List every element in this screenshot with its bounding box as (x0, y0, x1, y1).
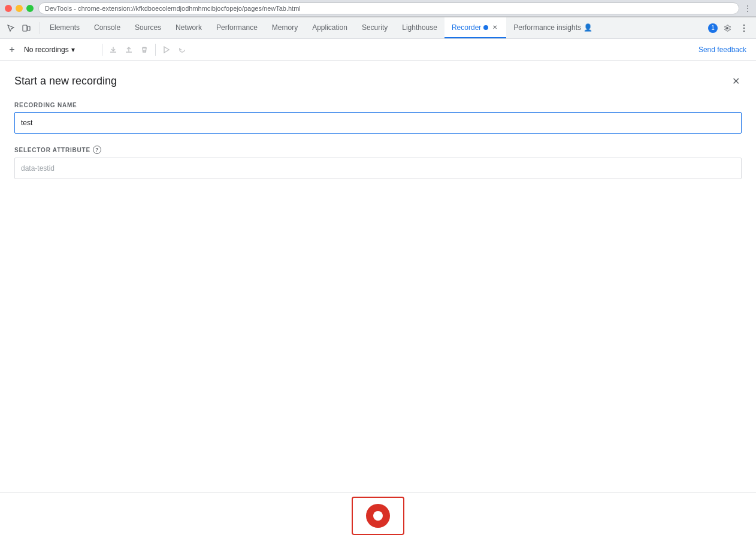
selector-help-icon[interactable]: ? (93, 146, 101, 154)
tab-performance[interactable]: Performance (209, 17, 265, 38)
chrome-url-bar: DevTools - chrome-extension://kfkdboecol… (38, 2, 739, 14)
inspect-element-btn[interactable] (4, 21, 18, 35)
tab-bar-right: 1 (703, 21, 756, 35)
chrome-close-btn[interactable] (5, 5, 12, 12)
more-options-icon[interactable] (737, 21, 751, 35)
svg-rect-0 (23, 25, 27, 31)
chat-badge[interactable]: 1 (708, 23, 718, 33)
tab-security[interactable]: Security (355, 17, 395, 38)
recorder-toolbar: + No recordings ▾ (0, 39, 756, 61)
tab-network[interactable]: Network (168, 17, 209, 38)
recording-name-label: RECORDING NAME (14, 102, 742, 108)
play-btn[interactable] (159, 43, 174, 57)
recording-name-input[interactable] (14, 112, 742, 134)
import-btn[interactable] (122, 43, 136, 57)
toolbar-separator-2 (155, 44, 156, 56)
export-btn[interactable] (106, 43, 120, 57)
svg-point-4 (743, 30, 745, 31)
chrome-window-controls[interactable] (5, 5, 34, 12)
svg-rect-1 (28, 26, 30, 31)
devtools-tabs-list: Elements Console Sources Network Perform… (43, 17, 703, 38)
tab-elements[interactable]: Elements (43, 17, 87, 38)
svg-marker-5 (164, 47, 169, 53)
delete-btn[interactable] (137, 43, 152, 57)
devtools-tab-bar: Elements Console Sources Network Perform… (0, 17, 756, 39)
settings-icon[interactable] (720, 21, 734, 35)
chrome-right-icons: ⋮ (744, 4, 751, 13)
replay-btn[interactable] (175, 43, 189, 57)
tab-memory[interactable]: Memory (265, 17, 305, 38)
send-feedback-btn[interactable]: Send feedback (694, 43, 751, 56)
chrome-settings-icon[interactable]: ⋮ (744, 4, 751, 13)
record-circle-icon (366, 504, 390, 528)
tab-console[interactable]: Console (87, 17, 128, 38)
tab-sources[interactable]: Sources (128, 17, 168, 38)
tab-performance-insights[interactable]: Performance insights 👤 (506, 17, 600, 38)
recordings-dropdown[interactable]: No recordings ▾ (20, 43, 98, 56)
toolbar-separator-1 (102, 44, 102, 56)
dropdown-chevron-icon: ▾ (71, 46, 75, 54)
bottom-bar: Start a new recording (0, 492, 756, 535)
recording-form: Start a new recording RECORDING NAME SEL… (0, 61, 756, 205)
tab-divider-left (40, 22, 40, 34)
record-btn-container: Start a new recording (344, 497, 412, 536)
start-recording-btn[interactable] (352, 497, 404, 535)
devtools-window: Elements Console Sources Network Perform… (0, 17, 756, 535)
recording-name-group: RECORDING NAME (14, 102, 742, 134)
selector-attribute-group: SELECTOR ATTRIBUTE ? (14, 146, 742, 179)
svg-point-2 (743, 24, 745, 25)
performance-insights-icon: 👤 (583, 23, 592, 32)
device-toggle-btn[interactable] (19, 21, 34, 35)
recorder-dot-icon (483, 25, 488, 30)
tab-lighthouse[interactable]: Lighthouse (395, 17, 444, 38)
devtools-left-icons (0, 21, 37, 35)
tab-recorder[interactable]: Recorder ✕ (444, 17, 506, 38)
recorder-tab-close[interactable]: ✕ (491, 23, 499, 32)
record-inner (373, 511, 383, 521)
chrome-max-btn[interactable] (26, 5, 34, 12)
form-close-btn[interactable]: ✕ (727, 72, 744, 89)
selector-attribute-label: SELECTOR ATTRIBUTE ? (14, 146, 742, 154)
chrome-min-btn[interactable] (16, 5, 23, 12)
chrome-title-bar: DevTools - chrome-extension://kfkdboecol… (0, 0, 756, 17)
form-title: Start a new recording (14, 75, 742, 87)
tab-application[interactable]: Application (305, 17, 355, 38)
selector-attribute-input[interactable] (14, 158, 742, 179)
add-recording-btn[interactable]: + (5, 43, 19, 57)
svg-point-3 (743, 27, 745, 28)
main-content: Start a new recording RECORDING NAME SEL… (0, 61, 756, 535)
